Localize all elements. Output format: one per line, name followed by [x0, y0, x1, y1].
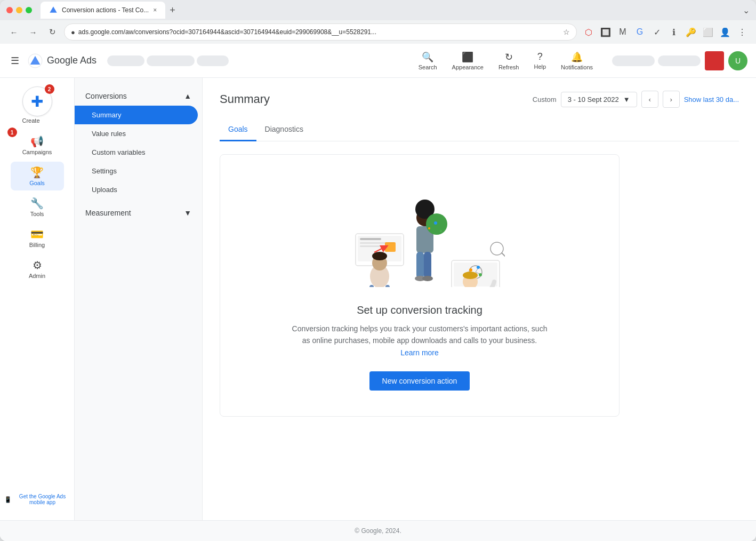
admin-icon: ⚙ — [33, 259, 42, 272]
search-tool-button[interactable]: 🔍 Search — [412, 48, 444, 74]
svg-line-32 — [502, 253, 505, 257]
svg-point-29 — [479, 273, 482, 276]
tab-favicon — [49, 6, 58, 14]
sidebar-item-goals[interactable]: 🏆 Goals — [11, 162, 64, 190]
sidebar-item-admin[interactable]: ⚙ Admin — [11, 254, 64, 283]
notifications-tool-button[interactable]: 🔔 Notifications — [554, 48, 599, 74]
appearance-tool-button[interactable]: ⬛ Appearance — [446, 48, 490, 74]
create-button-wrap: ✚ 2 Create — [22, 86, 52, 124]
left-nav: Conversions ▲ Summary Value rules Custom… — [75, 78, 203, 520]
reload-button[interactable]: ↻ — [45, 25, 60, 39]
svg-rect-8 — [385, 242, 396, 252]
sidebar: ✚ 2 Create 📢 Campaigns 1 🏆 Goals 🔧 Tool — [0, 78, 75, 520]
sidebar-item-campaigns[interactable]: 📢 Campaigns 1 — [11, 131, 64, 160]
tab-close-button[interactable]: × — [153, 6, 157, 14]
svg-marker-0 — [50, 6, 57, 12]
avatar-red[interactable] — [705, 51, 724, 70]
svg-rect-20 — [424, 252, 431, 279]
goals-icon: 🏆 — [30, 166, 44, 179]
close-window-button[interactable] — [6, 7, 13, 13]
extension-btn-4[interactable]: G — [632, 25, 647, 39]
mobile-app-icon: 📱 — [4, 496, 12, 503]
copyright-text: © Google, 2024. — [355, 527, 401, 535]
nav-item-settings[interactable]: Settings — [75, 162, 198, 180]
svg-point-30 — [469, 268, 472, 272]
svg-point-22 — [422, 276, 433, 281]
empty-state-illustration — [334, 180, 505, 287]
custom-variables-label: Custom variables — [92, 148, 145, 156]
help-tool-button[interactable]: ? Help — [527, 48, 552, 73]
avatar-user[interactable]: U — [728, 51, 747, 70]
empty-state-title: Set up conversion tracking — [357, 304, 482, 316]
search-icon: 🔍 — [422, 51, 433, 63]
hamburger-menu-button[interactable]: ☰ — [9, 53, 21, 69]
date-range-picker[interactable]: 3 - 10 Sept 2022 ▼ — [561, 92, 637, 107]
conversions-chevron-up-icon: ▲ — [184, 92, 191, 100]
more-options-btn[interactable]: ⋮ — [735, 25, 750, 39]
forward-button[interactable]: → — [26, 25, 41, 39]
svg-rect-5 — [360, 238, 381, 240]
nav-item-value-rules[interactable]: Value rules — [75, 124, 198, 143]
tab-title: Conversion actions - Test Co... — [62, 6, 149, 14]
extension-btn-5[interactable]: ✓ — [649, 25, 664, 39]
notifications-icon: 🔔 — [571, 51, 583, 63]
active-tab[interactable]: Conversion actions - Test Co... × — [41, 2, 165, 19]
conversions-section-header[interactable]: Conversions ▲ — [75, 86, 202, 106]
refresh-icon: ↻ — [505, 51, 513, 63]
sidebar-goals-label: Goals — [29, 180, 45, 186]
address-bar[interactable]: ● ads.google.com/aw/conversions?ocid=307… — [64, 23, 577, 41]
show-last-button[interactable]: Show last 30 da... — [684, 96, 739, 104]
svg-point-35 — [463, 272, 478, 279]
custom-date-label: Custom — [533, 96, 557, 104]
new-conversion-action-button[interactable]: New conversion action — [369, 371, 470, 391]
header-account-pills — [612, 55, 701, 66]
nav-item-custom-variables[interactable]: Custom variables — [75, 143, 198, 162]
extension-btn-3[interactable]: M — [615, 25, 630, 39]
back-button[interactable]: ← — [6, 25, 21, 39]
help-tool-label: Help — [534, 63, 546, 70]
app-footer: © Google, 2024. — [0, 520, 756, 541]
extension-btn-1[interactable]: ⬡ — [581, 25, 596, 39]
traffic-lights — [6, 7, 32, 13]
extension-btn-6[interactable]: ℹ — [666, 25, 681, 39]
measurement-section-header[interactable]: Measurement ▼ — [75, 203, 202, 222]
app-header: ☰ Google Ads 🔍 Search — [0, 44, 756, 78]
profile-btn[interactable]: 👤 — [718, 25, 733, 39]
sidebar-item-tools[interactable]: 🔧 Tools — [11, 193, 64, 221]
header-pill-2 — [658, 55, 701, 66]
new-tab-button[interactable]: + — [167, 5, 178, 16]
page-title: Summary — [220, 92, 270, 106]
date-prev-button[interactable]: ‹ — [641, 91, 658, 108]
nav-item-uploads[interactable]: Uploads — [75, 180, 198, 199]
account-pill-2 — [147, 55, 195, 66]
tab-goals[interactable]: Goals — [220, 118, 256, 141]
tab-diagnostics-label: Diagnostics — [265, 125, 303, 133]
extension-btn-2[interactable]: 🔲 — [598, 25, 613, 39]
tab-goals-label: Goals — [228, 125, 248, 133]
svg-point-39 — [440, 230, 442, 232]
sidebar-item-billing[interactable]: 💳 Billing — [11, 224, 64, 252]
svg-rect-19 — [416, 252, 424, 279]
bookmark-icon[interactable]: ☆ — [563, 28, 570, 36]
uploads-label: Uploads — [92, 186, 117, 194]
date-range-text: 3 - 10 Sept 2022 — [568, 96, 619, 104]
header-tools: 🔍 Search ⬛ Appearance ↻ Refresh ? Help 🔔 — [412, 48, 599, 74]
google-ads-logo-text: Google Ads — [47, 55, 96, 66]
conversions-section-label: Conversions — [85, 92, 127, 100]
nav-item-summary[interactable]: Summary — [75, 106, 198, 124]
header-pill-1 — [612, 55, 655, 66]
tab-diagnostics[interactable]: Diagnostics — [256, 118, 312, 141]
extensions-btn[interactable]: ⬜ — [701, 25, 715, 39]
search-tool-label: Search — [419, 64, 437, 70]
mobile-app-link[interactable]: 📱 Get the Google Ads mobile app — [4, 494, 70, 505]
refresh-tool-button[interactable]: ↻ Refresh — [492, 48, 526, 74]
address-text: ads.google.com/aw/conversions?ocid=30716… — [78, 28, 560, 36]
browser-extension-icons: ⬡ 🔲 M G ✓ ℹ 🔑 ⬜ 👤 ⋮ — [581, 25, 750, 39]
learn-more-link[interactable]: Learn more — [400, 348, 439, 357]
date-next-button[interactable]: › — [663, 91, 680, 108]
nav-section-conversions: Conversions ▲ Summary Value rules Custom… — [75, 86, 202, 199]
app-body: ✚ 2 Create 📢 Campaigns 1 🏆 Goals 🔧 Tool — [0, 78, 756, 520]
minimize-window-button[interactable] — [16, 7, 22, 13]
extension-btn-7[interactable]: 🔑 — [683, 25, 698, 39]
maximize-window-button[interactable] — [26, 7, 32, 13]
